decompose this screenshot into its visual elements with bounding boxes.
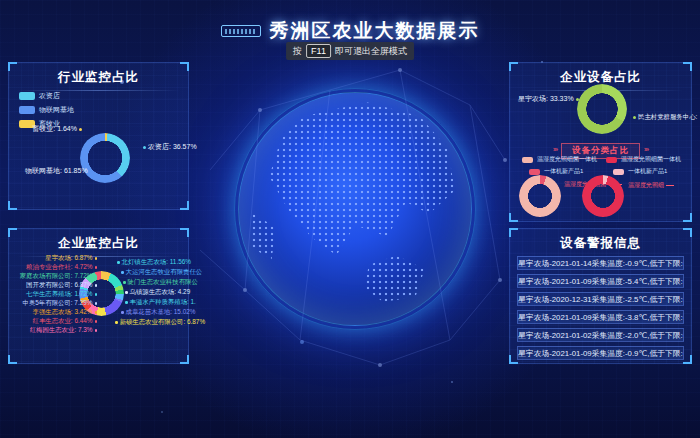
enterprise-label: 家庭农场有限公司: 7.72% xyxy=(13,272,99,280)
callout-livestock: 畜牧业: 1.64% xyxy=(32,124,84,134)
alarm-row: 星宇农场-2021-01-14采集温度:-0.9℃,低于下限:0℃ xyxy=(517,256,684,270)
category-legend-2: 温湿度光照细菌一体机 一体机新产品1 xyxy=(606,155,681,176)
category-donut-chart-2[interactable] xyxy=(582,175,624,217)
panel-title: 行业监控占比 xyxy=(9,69,188,86)
category-callout-2: 温湿度光照细 xyxy=(628,181,674,190)
enterprise-label: 红梅园生态农业: 7.3% xyxy=(13,326,99,334)
tip-suffix: 即可退出全屏模式 xyxy=(335,45,407,58)
panel-industry-monitor: 行业监控占比 农资店 物联网基地 畜牧业 畜牧业: 1.64% 农资店: 36.… xyxy=(8,62,189,210)
device-share-label-right: 民主村党群服务中心: xyxy=(631,113,697,122)
device-share-label-left: 星宇农场: 33.33% xyxy=(518,94,581,104)
category-legend-1: 温湿度光照细菌一体机 一体机新产品1 xyxy=(522,155,597,176)
legend-label: 一体机新产品1 xyxy=(628,167,667,176)
enterprise-label: 北灯镇生态农场: 11.56% xyxy=(115,258,191,266)
legend-swatch xyxy=(522,157,533,163)
legend-label: 一体机新产品1 xyxy=(544,167,583,176)
logo-badge xyxy=(221,25,261,37)
legend-swatch xyxy=(529,169,540,175)
legend-label: 物联网基地 xyxy=(39,105,74,115)
fullscreen-exit-tooltip: 按 F11 即可退出全屏模式 xyxy=(286,42,414,60)
dashboard: 秀洲区农业大数据展示 按 F11 即可退出全屏模式 行业监控占比 农资店 物联网… xyxy=(0,0,700,438)
f11-key: F11 xyxy=(306,44,331,58)
tip-prefix: 按 xyxy=(293,45,302,58)
panel-enterprise-monitor: 企业监控占比 星宇农场: 6.87% 粮油专业合作社: 4.72% 家庭农场有限… xyxy=(8,228,189,364)
enterprise-label: 七华生态养殖场: 1.72% xyxy=(13,290,99,298)
category-donut-chart-1[interactable] xyxy=(519,175,561,217)
enterprise-label: 丰溢水产种质养殖场: 1. xyxy=(123,298,196,306)
legend-swatch xyxy=(19,106,35,114)
globe-continent-dots xyxy=(239,93,471,325)
legend-item[interactable]: 一体机新产品1 xyxy=(613,167,681,176)
legend-swatch xyxy=(613,169,624,175)
enterprise-label: 李强生态农场: 3.42% xyxy=(13,308,99,316)
page-title: 秀洲区农业大数据展示 xyxy=(270,18,480,44)
legend-label: 温湿度光照细菌一体机 xyxy=(621,155,681,164)
globe xyxy=(238,92,472,326)
panel-title: 企业监控占比 xyxy=(9,235,188,252)
legend-item[interactable]: 温湿度光照细菌一体机 xyxy=(522,155,597,164)
enterprise-label: 红丰生态农业: 6.44% xyxy=(13,317,99,325)
enterprise-label: 大运河生态牧业有限责任公 xyxy=(119,268,202,276)
legend-item[interactable]: 农资店 xyxy=(19,91,74,101)
legend-item[interactable]: 物联网基地 xyxy=(19,105,74,115)
legend-swatch xyxy=(19,92,35,100)
callout-iot: 物联网基地: 61.85% xyxy=(25,166,95,176)
header: 秀洲区农业大数据展示 xyxy=(0,18,700,44)
alarm-row: 星宇农场-2021-01-02采集温度:-2.0℃,低于下限:0℃ xyxy=(517,328,684,342)
arrow-left-decoration: ››› xyxy=(553,146,557,153)
legend-item[interactable]: 温湿度光照细菌一体机 xyxy=(606,155,681,164)
alarm-row: 星宇农场-2020-12-31采集温度:-2.5℃,低于下限:0℃ xyxy=(517,292,684,306)
device-share-donut-chart[interactable] xyxy=(577,84,627,134)
enterprise-label: 新硕生态农业有限公司: 6.87% xyxy=(113,318,205,326)
legend-label: 农资店 xyxy=(39,91,60,101)
panel-alarms: 设备警报信息 星宇农场-2021-01-14采集温度:-0.9℃,低于下限:0℃… xyxy=(509,228,692,364)
enterprise-label: 乌镇源生态农场: 4.29 xyxy=(123,288,190,296)
enterprise-label: 成章花苗木基地: 15.02% xyxy=(119,308,195,316)
enterprise-label: 中奥5年有限公司: 7.29% xyxy=(13,299,99,307)
enterprise-label: 粮油专业合作社: 4.72% xyxy=(13,263,99,271)
legend-label: 温湿度光照细菌一体机 xyxy=(537,155,597,164)
enterprise-label: 国开发有限公司: 6.87% xyxy=(13,281,99,289)
alarm-row: 星宇农场-2021-01-09采集温度:-0.9℃,低于下限:0℃ xyxy=(517,346,684,360)
alarm-row: 星宇农场-2021-01-09采集温度:-5.4℃,低于下限:0℃ xyxy=(517,274,684,288)
legend-swatch xyxy=(606,157,617,163)
callout-store: 农资店: 36.57% xyxy=(141,142,197,152)
panel-title: 设备警报信息 xyxy=(510,235,691,252)
arrow-right-decoration: ››› xyxy=(644,146,648,153)
enterprise-label: 星宇农场: 6.87% xyxy=(13,254,99,262)
enterprise-label: 陡门生态农业科技有限公 xyxy=(121,278,198,286)
panel-devices: 企业设备占比 星宇农场: 33.33% 民主村党群服务中心: ›››设备分类占比… xyxy=(509,62,692,222)
alarm-row: 星宇农场-2021-01-09采集温度:-3.8℃,低于下限:0℃ xyxy=(517,310,684,324)
